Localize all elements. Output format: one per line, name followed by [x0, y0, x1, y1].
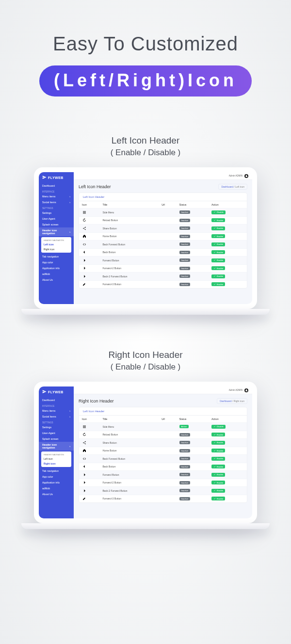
table-row: Back-2 Forward ButtonInactiveEnable — [79, 273, 247, 281]
enable-button[interactable]: Enable — [211, 441, 225, 445]
table-row: Forward ButtonInactiveEnable — [79, 471, 247, 479]
sidebar-item-menu-items[interactable]: Menu items› — [39, 408, 74, 414]
row-title: Back Button — [99, 248, 159, 257]
row-url — [159, 439, 176, 447]
table-row: Back ButtonInactiveEnable — [79, 248, 247, 257]
back-icon — [82, 465, 86, 469]
card-title: Left Icon Header — [79, 193, 247, 201]
status-badge: Inactive — [179, 226, 190, 230]
enable-button[interactable]: Enable — [211, 481, 225, 484]
enable-button[interactable]: Enable — [211, 457, 225, 461]
breadcrumb[interactable]: Dashboard / Right icon — [217, 398, 247, 404]
row-url — [159, 225, 176, 233]
sidebar-item-admob[interactable]: adMob — [39, 485, 74, 491]
crumb-root[interactable]: Dashboard — [221, 185, 233, 188]
sidebar-submenu: HEADER NAVIGATION Left icon Right icon — [41, 451, 71, 467]
col-url: Url — [159, 416, 176, 423]
sidebar-item-admob[interactable]: adMob — [39, 271, 74, 277]
crumb-root[interactable]: Dashboard — [220, 400, 231, 402]
sidebar-item-app-info[interactable]: Application info — [39, 265, 74, 271]
enable-button[interactable]: Enable — [211, 282, 225, 286]
sidebar-item-social-items[interactable]: Social items› — [39, 199, 74, 205]
app-brand[interactable]: FLYWEB — [39, 172, 74, 183]
sidebar-item-dashboard[interactable]: Dashboard — [39, 397, 74, 403]
sidebar-item-about[interactable]: About Us — [39, 491, 74, 497]
sidebar-item-user-agent[interactable]: User-Agent — [39, 430, 74, 436]
icon-table: Icon Title Url Status Action Side MenuIn… — [79, 201, 247, 288]
sidebar-item-tab-nav[interactable]: Tab navigation — [39, 468, 74, 474]
status-badge: Inactive — [179, 473, 190, 476]
row-title: Share Button — [99, 225, 159, 233]
enable-button[interactable]: Enable — [211, 242, 225, 246]
sidebar-item-splash[interactable]: Splash screen — [39, 436, 74, 442]
avatar-icon[interactable] — [244, 174, 248, 178]
sidebar-sub-right-icon[interactable]: Right icon — [41, 247, 71, 252]
enable-button[interactable]: Enable — [211, 473, 225, 477]
sidebar-item-app-color[interactable]: App color — [39, 259, 74, 265]
enable-button[interactable]: Enable — [211, 433, 225, 436]
enable-button[interactable]: Enable — [211, 226, 225, 230]
row-title: Back Forward Button — [99, 455, 159, 463]
table-row: Home ButtonInactiveEnable — [79, 232, 247, 241]
sidebar-item-header-nav[interactable]: Header icon navigation› — [39, 227, 74, 236]
enable-button[interactable]: Enable — [211, 266, 225, 270]
status-badge: Inactive — [179, 465, 190, 468]
enable-button[interactable]: Enable — [211, 234, 225, 238]
status-badge: Inactive — [179, 274, 190, 278]
page-title: Left Icon Header — [79, 184, 111, 189]
row-url — [159, 264, 176, 273]
laptop-2: FLYWEB Dashboard INTERFACE Menu items› S… — [34, 382, 257, 529]
sidebar-item-dashboard[interactable]: Dashboard — [39, 183, 74, 189]
paper-plane-icon — [42, 389, 47, 394]
row-title: Reload Button — [99, 431, 159, 439]
breadcrumb[interactable]: Dashboard / Left icon — [218, 184, 247, 190]
crumb-leaf: Left icon — [235, 185, 244, 188]
page-header: Left Icon Header Dashboard / Left icon — [74, 180, 252, 193]
avatar-icon[interactable] — [244, 388, 248, 392]
sidebar-item-menu-items[interactable]: Menu items› — [39, 193, 74, 199]
enable-button[interactable]: Enable — [211, 465, 225, 468]
col-status: Status — [177, 201, 209, 209]
col-action: Action — [209, 416, 247, 423]
chevron-right-icon: › — [69, 415, 70, 418]
enable-button[interactable]: Enable — [211, 218, 225, 222]
sidebar-item-header-nav[interactable]: Header icon navigation› — [39, 442, 74, 451]
enable-button[interactable]: Enable — [211, 250, 225, 254]
status-badge: Inactive — [179, 267, 190, 270]
sidebar-item-user-agent[interactable]: User-Agent — [39, 216, 74, 222]
sidebar-sub-left-icon[interactable]: Left icon — [41, 242, 71, 247]
sidebar-item-splash[interactable]: Splash screen — [39, 222, 74, 227]
enable-button[interactable]: Enable — [211, 449, 225, 452]
status-badge: Inactive — [179, 449, 190, 452]
disable-button[interactable]: Disable — [211, 210, 226, 214]
section-2-label: Right Icon Header ( Enable / Disable ) — [0, 350, 291, 372]
sidebar-item-app-info[interactable]: Application info — [39, 480, 74, 485]
app-brand[interactable]: FLYWEB — [39, 386, 74, 397]
sidebar-item-app-color[interactable]: App color — [39, 474, 74, 480]
enable-button[interactable]: Enable — [211, 258, 225, 262]
sidebar-item-tab-nav[interactable]: Tab navigation — [39, 254, 74, 259]
chevron-right-icon: › — [69, 445, 70, 448]
chevron-right-icon: › — [69, 201, 70, 204]
sidebar-sub-left-icon[interactable]: Left icon — [41, 456, 71, 461]
enable-button[interactable]: Enable — [211, 497, 225, 500]
enable-button[interactable]: Enable — [211, 274, 225, 278]
row-url — [159, 479, 176, 487]
page-title: Right Icon Header — [79, 399, 114, 403]
sidebar-item-social-items[interactable]: Social items› — [39, 414, 74, 419]
disable-button[interactable]: Disable — [211, 425, 226, 429]
forward-icon — [82, 258, 86, 262]
table-row: Forward-2 ButtonInactiveEnable — [79, 264, 247, 273]
sidebar-sub-right-icon[interactable]: Right icon — [41, 461, 71, 466]
table-card: Left Icon Header Icon Title Url Status A… — [79, 193, 247, 289]
paper-plane-icon — [42, 175, 47, 180]
topbar: Admin ADMIN — [74, 386, 252, 394]
enable-button[interactable]: Enable — [211, 489, 225, 493]
table-row: Forward-3 ButtonInactiveEnable — [79, 495, 247, 502]
menu-icon — [82, 210, 86, 214]
sidebar-submenu: HEADER NAVIGATION Left icon Right icon — [41, 237, 71, 253]
table-row: Side MenuActiveDisable — [79, 423, 247, 431]
sidebar-item-about[interactable]: About Us — [39, 277, 74, 283]
sidebar-item-settings[interactable]: Settings — [39, 210, 74, 216]
sidebar-item-settings[interactable]: Settings — [39, 424, 74, 430]
